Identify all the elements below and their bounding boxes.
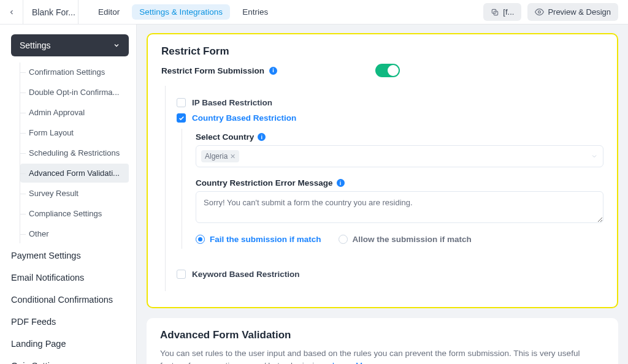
- restrict-toggle-label: Restrict Form Submission: [161, 66, 264, 75]
- panel-title-advanced: Advanced Form Validation: [160, 329, 605, 341]
- sidebar-head-label: Settings: [20, 40, 51, 50]
- sidebar-group-email[interactable]: Email Notifications: [11, 267, 129, 289]
- error-message-label: Country Restriction Error Message i: [196, 178, 603, 188]
- radio-dot-icon: [196, 235, 205, 244]
- checkbox-keyword-label: Keyword Based Restriction: [192, 270, 300, 279]
- sidebar-item-compliance[interactable]: Compliance Settings: [20, 204, 129, 223]
- sidebar-item-survey-result[interactable]: Survey Result: [20, 184, 129, 203]
- sidebar: Settings Confirmation Settings Double Op…: [0, 25, 137, 364]
- chevron-down-icon: [113, 42, 120, 49]
- info-icon[interactable]: i: [269, 67, 277, 75]
- restrict-toggle-switch[interactable]: [375, 64, 400, 77]
- info-icon[interactable]: i: [258, 133, 266, 141]
- svg-point-2: [538, 11, 541, 13]
- restrict-toggle-row: Restrict Form Submission i: [161, 64, 603, 77]
- info-icon[interactable]: i: [337, 179, 345, 187]
- advanced-description: You can set rules to the user input and …: [160, 347, 605, 364]
- main: Settings Confirmation Settings Double Op…: [0, 25, 628, 364]
- sidebar-tree: Confirmation Settings Double Opt-in Conf…: [20, 63, 129, 243]
- error-message-textarea[interactable]: [196, 191, 603, 223]
- shortcode-label: [f...: [503, 7, 514, 17]
- copy-icon: [491, 8, 499, 17]
- shortcode-button[interactable]: [f...: [483, 3, 521, 21]
- radio-allow-if-match[interactable]: Allow the submission if match: [339, 235, 472, 244]
- sidebar-item-advanced-validation[interactable]: Advanced Form Validati...: [20, 164, 129, 183]
- content-area: Restrict Form Restrict Form Submission i…: [137, 25, 628, 364]
- remove-tag-icon[interactable]: ✕: [230, 153, 236, 161]
- top-left: Blank For... Editor Settings & Integrati…: [0, 0, 275, 24]
- sidebar-item-admin-approval[interactable]: Admin Approval: [20, 103, 129, 122]
- restrict-options-block: IP Based Restriction Country Based Restr…: [165, 86, 603, 291]
- form-title[interactable]: Blank For...: [23, 0, 78, 24]
- eye-icon: [535, 7, 544, 17]
- checkbox-ip-restriction[interactable]: IP Based Restriction: [177, 98, 603, 107]
- radio-fail-if-match[interactable]: Fail the submission if match: [196, 235, 321, 244]
- sidebar-group-quiz[interactable]: Quiz Settings: [11, 355, 129, 364]
- select-country-label: Select Country i: [196, 132, 603, 142]
- preview-label: Preview & Design: [548, 7, 611, 17]
- switch-knob: [388, 65, 399, 76]
- sidebar-group-landing[interactable]: Landing Page: [11, 333, 129, 355]
- sidebar-group-payment[interactable]: Payment Settings: [11, 245, 129, 267]
- learn-more-link[interactable]: Learn More: [332, 361, 375, 364]
- checkbox-country-restriction[interactable]: Country Based Restriction: [177, 113, 603, 123]
- sidebar-item-form-layout[interactable]: Form Layout: [20, 123, 129, 142]
- sidebar-item-scheduling[interactable]: Scheduling & Restrictions: [20, 143, 129, 162]
- chevron-left-icon: [8, 9, 15, 16]
- sidebar-head-settings[interactable]: Settings: [11, 34, 129, 56]
- advanced-validation-panel: Advanced Form Validation You can set rul…: [147, 318, 618, 364]
- country-config-block: Select Country i Algeria ✕ Country Restr…: [182, 129, 603, 249]
- top-right: [f... Preview & Design: [483, 3, 618, 21]
- radio-allow-label: Allow the submission if match: [353, 235, 472, 244]
- preview-button[interactable]: Preview & Design: [527, 3, 618, 21]
- checkbox-ip-label: IP Based Restriction: [192, 98, 272, 107]
- country-tag-label: Algeria: [205, 152, 228, 161]
- tab-bar: Editor Settings & Integrations Entries: [91, 4, 275, 20]
- back-button[interactable]: [0, 0, 23, 24]
- top-bar: Blank For... Editor Settings & Integrati…: [0, 0, 628, 25]
- tab-editor[interactable]: Editor: [91, 4, 127, 20]
- sidebar-item-confirmation[interactable]: Confirmation Settings: [20, 63, 129, 82]
- tab-settings[interactable]: Settings & Integrations: [132, 4, 230, 20]
- sidebar-item-double-optin[interactable]: Double Opt-in Confirma...: [20, 83, 129, 102]
- panel-title-restrict: Restrict Form: [161, 45, 603, 58]
- chevron-down-icon: [591, 153, 598, 160]
- radio-dot-icon: [339, 235, 348, 244]
- radio-fail-label: Fail the submission if match: [210, 235, 321, 244]
- country-select[interactable]: Algeria ✕: [196, 145, 603, 167]
- sidebar-item-other[interactable]: Other: [20, 224, 129, 243]
- sidebar-group-pdf[interactable]: PDF Feeds: [11, 311, 129, 333]
- country-tag-algeria[interactable]: Algeria ✕: [201, 150, 239, 162]
- match-policy-radio-group: Fail the submission if match Allow the s…: [196, 235, 603, 244]
- checkbox-country-label: Country Based Restriction: [192, 113, 296, 123]
- tab-entries[interactable]: Entries: [235, 4, 275, 20]
- restrict-form-panel: Restrict Form Restrict Form Submission i…: [147, 33, 618, 308]
- checkbox-keyword-restriction[interactable]: Keyword Based Restriction: [177, 270, 603, 279]
- sidebar-group-conditional[interactable]: Conditional Confirmations: [11, 289, 129, 311]
